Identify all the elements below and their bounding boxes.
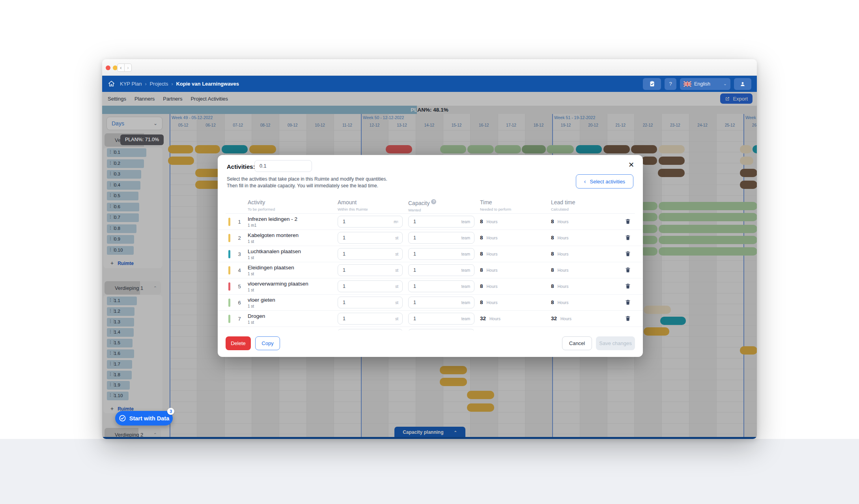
clipboard-check-icon: [649, 80, 655, 87]
unit-label: st: [395, 284, 398, 289]
amount-input[interactable]: [338, 297, 383, 308]
trash-icon[interactable]: [623, 282, 633, 291]
tasks-button[interactable]: [643, 78, 661, 90]
hours-label: Hours: [558, 300, 569, 305]
unit-label: team: [461, 220, 470, 224]
activity-color-bar: [228, 299, 230, 307]
capacity-input-field: team: [408, 313, 474, 325]
delete-button[interactable]: Delete: [226, 336, 251, 350]
activity-quantity: 1 m1: [248, 223, 256, 228]
activity-number: 5: [235, 284, 244, 289]
hours-label: Hours: [487, 252, 498, 256]
activity-quantity: 1 st: [248, 272, 254, 276]
table-row: 5vloerverwarming plaatsen1 ststteam8Hour…: [218, 278, 643, 295]
unit-label: st: [395, 252, 398, 256]
lead-time-value: 8Hours: [551, 218, 569, 224]
amount-input-field: st: [338, 329, 403, 330]
activity-number: 6: [235, 300, 244, 306]
help-button[interactable]: ?: [665, 78, 676, 90]
activity-number: 3: [235, 251, 244, 257]
start-with-data-button[interactable]: Start with Data: [115, 411, 173, 426]
trash-icon[interactable]: [623, 250, 633, 259]
hours-label: Hours: [558, 235, 569, 240]
activity-name: vloerverwarming plaatsen: [248, 281, 308, 287]
table-row: 8stteam: [218, 327, 643, 330]
amount-input[interactable]: [338, 232, 383, 243]
unit-label: st: [395, 317, 398, 321]
home-icon[interactable]: [108, 80, 115, 88]
room-name-field: [254, 160, 312, 172]
amount-input-field: st: [338, 232, 403, 244]
column-header-lead-time: Lead timeCalculated: [551, 199, 575, 211]
column-label: Activity: [248, 199, 275, 205]
screen: ‹ › KYP Plan › Projects › Kopie van Lear…: [0, 0, 859, 504]
activity-color-bar: [228, 282, 230, 291]
desktop-band: [0, 439, 859, 504]
close-window-button[interactable]: [106, 65, 110, 70]
app-header: KYP Plan › Projects › Kopie van Learning…: [102, 76, 757, 92]
capacity-input-field: team: [408, 329, 474, 330]
back-button[interactable]: ‹: [117, 63, 125, 72]
hours-label: Hours: [487, 284, 498, 289]
trash-icon[interactable]: [623, 298, 633, 308]
trash-icon[interactable]: [623, 233, 633, 243]
amount-input[interactable]: [338, 281, 383, 292]
capacity-input[interactable]: [409, 281, 454, 292]
activity-number: 1: [235, 219, 244, 225]
capacity-input[interactable]: [409, 232, 454, 243]
column-header-capacity: Capacity?Wanted: [408, 199, 436, 212]
hours-label: Hours: [487, 268, 498, 273]
capacity-input[interactable]: [409, 216, 454, 227]
capacity-input[interactable]: [409, 297, 454, 308]
notification-badge: 3: [167, 408, 174, 415]
breadcrumb-projects[interactable]: Projects: [149, 81, 168, 87]
hours-label: Hours: [560, 316, 571, 321]
breadcrumb: KYP Plan › Projects › Kopie van Learning…: [120, 81, 239, 87]
breadcrumb-app[interactable]: KYP Plan: [120, 81, 142, 87]
activity-number: 7: [235, 316, 244, 322]
hours-label: Hours: [558, 284, 569, 289]
column-sublabel: Calculated: [551, 207, 575, 211]
capacity-input-field: team: [408, 264, 474, 276]
copy-button[interactable]: Copy: [255, 336, 280, 350]
amount-input[interactable]: [338, 329, 383, 330]
uk-flag-icon: [683, 81, 691, 87]
amount-input[interactable]: [338, 265, 383, 276]
capacity-input-field: team: [408, 280, 474, 292]
save-changes-button[interactable]: Save changes: [596, 336, 635, 350]
capacity-input[interactable]: [409, 329, 454, 330]
account-button[interactable]: [734, 78, 751, 90]
activity-number: 2: [235, 235, 244, 241]
lead-time-value: 8Hours: [551, 283, 569, 289]
hours-label: Hours: [487, 235, 498, 240]
window-titlebar: ‹ ›: [102, 59, 757, 76]
amount-input[interactable]: [338, 313, 383, 324]
room-name-input[interactable]: [255, 161, 312, 172]
capacity-input[interactable]: [409, 313, 454, 324]
language-select[interactable]: English ⌄: [680, 78, 730, 90]
capacity-input[interactable]: [409, 265, 454, 276]
unit-label: team: [461, 252, 470, 256]
amount-input[interactable]: [338, 216, 383, 227]
forward-button[interactable]: ›: [124, 63, 132, 72]
activity-quantity: 1 st: [248, 239, 254, 244]
activity-name: Kabelgoten monteren: [248, 232, 299, 238]
amount-input-field: m¹: [338, 216, 403, 228]
unit-label: team: [461, 317, 470, 321]
language-label: English: [694, 81, 710, 87]
table-row: 4Eleidingen plaatsen1 ststteam8Hours8Hou…: [218, 262, 643, 278]
activity-color-bar: [228, 250, 230, 258]
time-value: 8Hours: [480, 235, 498, 241]
trash-icon[interactable]: [623, 266, 633, 275]
capacity-input[interactable]: [409, 248, 454, 259]
table-row: 6vloer gieten1 ststteam8Hours8Hours: [218, 295, 643, 311]
help-icon[interactable]: ?: [431, 199, 436, 204]
table-row: 3Luchtkanalen plaatsen1 ststteam8Hours8H…: [218, 246, 643, 262]
lead-time-value: 8Hours: [551, 267, 569, 273]
trash-icon[interactable]: [623, 314, 633, 324]
close-icon[interactable]: ✕: [628, 161, 634, 169]
cancel-button[interactable]: Cancel: [562, 336, 592, 350]
select-activities-button[interactable]: ‹ Select activities: [576, 174, 633, 189]
amount-input[interactable]: [338, 248, 383, 259]
trash-icon[interactable]: [623, 217, 633, 227]
